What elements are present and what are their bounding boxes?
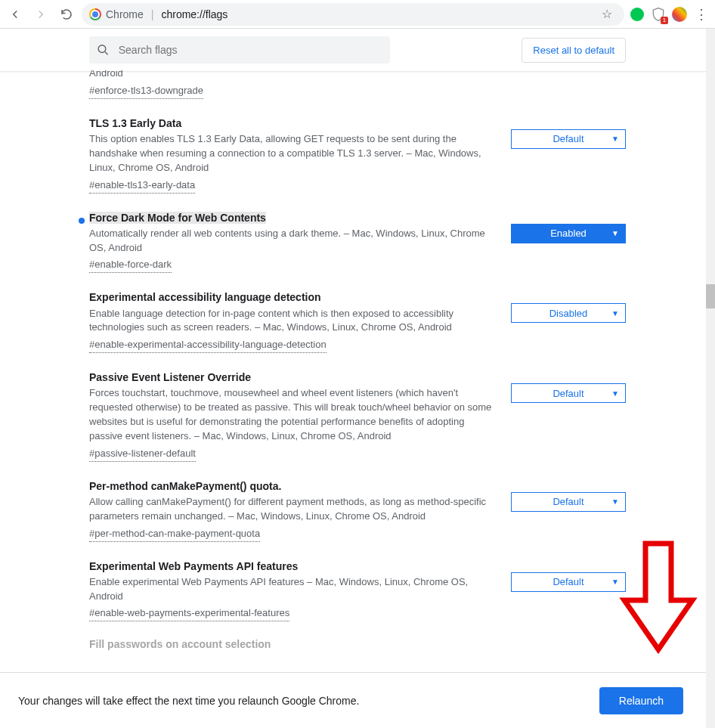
chrome-menu-button[interactable]: ⋮ [692, 6, 710, 23]
chevron-down-icon: ▼ [611, 578, 619, 586]
flag-item: Force Dark Mode for Web ContentsAutomati… [89, 200, 626, 280]
flag-description: Forces touchstart, touchmove, mousewheel… [89, 386, 496, 443]
extension-grammarly-icon[interactable] [629, 6, 645, 23]
flag-hash-link[interactable]: #enforce-tls13-downgrade [89, 84, 203, 99]
flag-description: Automatically render all web contents us… [89, 227, 496, 256]
flag-description: Enable experimental Web Payments API fea… [89, 575, 496, 604]
flag-item: Per-method canMakePayment() quota.Allow … [89, 468, 626, 548]
page-scrollbar[interactable] [706, 29, 715, 728]
browser-toolbar: Chrome | chrome://flags ☆ 1 ⋮ [0, 0, 715, 29]
flag-hash-link[interactable]: #enable-web-payments-experimental-featur… [89, 606, 289, 621]
forward-button[interactable] [30, 4, 51, 25]
address-bar[interactable]: Chrome | chrome://flags ☆ [82, 3, 624, 26]
chrome-icon [89, 8, 101, 20]
chevron-down-icon: ▼ [611, 309, 619, 318]
flag-select[interactable]: Enabled▼ [511, 224, 626, 243]
flags-header: Reset all to default [0, 29, 715, 72]
search-icon [97, 43, 110, 57]
flag-hash-link[interactable]: #enable-experimental-accessibility-langu… [89, 338, 327, 353]
flag-hash-link[interactable]: #passive-listener-default [89, 447, 196, 462]
flag-hash-link[interactable]: #enable-force-dark [89, 258, 172, 273]
relaunch-button[interactable]: Relaunch [599, 687, 683, 714]
flag-description-fragment: correctly or securely. They must be fixe… [89, 70, 496, 81]
profile-avatar[interactable] [671, 6, 688, 23]
flag-title-cutoff: Fill passwords on account selection [89, 627, 626, 650]
omnibox-path: chrome://flags [161, 8, 228, 20]
extension-shield-icon[interactable]: 1 [650, 6, 667, 23]
flag-title: TLS 1.3 Early Data [89, 117, 181, 129]
flag-hash-link[interactable]: #enable-tls13-early-data [89, 178, 195, 194]
chevron-down-icon: ▼ [611, 135, 619, 143]
flag-item: Passive Event Listener OverrideForces to… [89, 359, 626, 468]
reset-all-button[interactable]: Reset all to default [522, 38, 626, 63]
flag-select-value: Disabled [549, 308, 588, 319]
flag-select[interactable]: Default▼ [511, 129, 626, 149]
flag-title: Per-method canMakePayment() quota. [89, 480, 281, 492]
flag-title: Force Dark Mode for Web Contents [89, 212, 266, 224]
flag-select-value: Default [552, 388, 583, 399]
relaunch-bar: Your changes will take effect the next t… [0, 672, 706, 728]
search-input[interactable] [117, 43, 382, 57]
flag-select-value: Default [552, 496, 583, 507]
scrollbar-thumb[interactable] [706, 284, 715, 308]
flag-item: Experimental Web Payments API featuresEn… [89, 548, 626, 628]
svg-point-0 [98, 45, 106, 53]
flag-select-value: Default [552, 576, 583, 587]
chevron-down-icon: ▼ [611, 389, 619, 398]
chevron-down-icon: ▼ [611, 229, 619, 237]
flag-hash-link[interactable]: #per-method-can-make-payment-quota [89, 527, 260, 542]
extension-badge: 1 [661, 17, 668, 24]
flag-title: Experimental accessibility language dete… [89, 291, 321, 303]
flag-item: TLS 1.3 Early DataThis option enables TL… [89, 105, 626, 200]
relaunch-message: Your changes will take effect the next t… [18, 695, 359, 707]
bookmark-star-icon[interactable]: ☆ [602, 7, 612, 21]
flag-select-value: Enabled [550, 228, 587, 239]
flag-title: Passive Event Listener Override [89, 371, 251, 383]
flag-select[interactable]: Default▼ [511, 572, 626, 592]
flag-select-value: Default [552, 133, 583, 144]
flag-select[interactable]: Disabled▼ [511, 303, 626, 323]
back-button[interactable] [5, 4, 26, 25]
flag-description: This option enables TLS 1.3 Early Data, … [89, 132, 496, 175]
flag-title: Experimental Web Payments API features [89, 560, 298, 572]
flag-item: correctly or securely. They must be fixe… [89, 70, 626, 105]
flag-description: Enable language detection for in-page co… [89, 307, 496, 336]
flag-select[interactable]: Default▼ [511, 383, 626, 403]
flag-item: Experimental accessibility language dete… [89, 279, 626, 359]
flag-select[interactable]: Default▼ [511, 492, 626, 512]
search-flags-box[interactable] [89, 36, 390, 64]
modified-dot-icon [79, 218, 85, 224]
reload-button[interactable] [56, 4, 77, 25]
omnibox-origin: Chrome [106, 8, 144, 20]
flags-list: correctly or securely. They must be fixe… [0, 70, 715, 664]
chevron-down-icon: ▼ [611, 497, 619, 506]
flag-description: Allow calling canMakePayment() for diffe… [89, 495, 496, 524]
